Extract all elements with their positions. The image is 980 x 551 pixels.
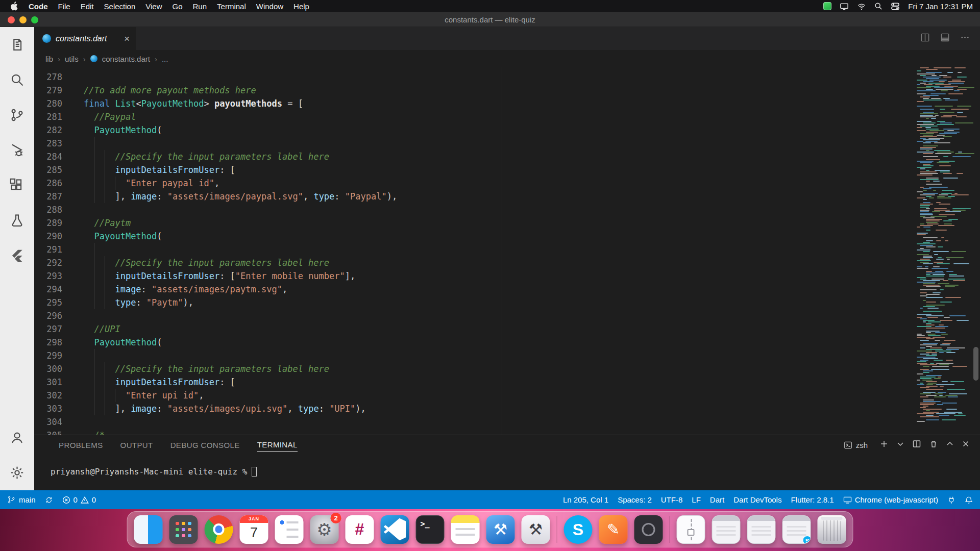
breadcrumb-lib[interactable]: lib bbox=[45, 55, 53, 63]
line-number[interactable]: 299 bbox=[34, 349, 84, 362]
code-line[interactable]: 304 bbox=[34, 415, 980, 429]
line-number[interactable]: 305 bbox=[34, 429, 84, 435]
line-number[interactable]: 296 bbox=[34, 309, 84, 322]
kill-terminal-icon[interactable] bbox=[929, 439, 938, 450]
code-editor[interactable]: 278279//To add more payout methods here2… bbox=[34, 67, 980, 435]
launch-profile-dropdown-icon[interactable] bbox=[896, 440, 904, 450]
flutter-version[interactable]: Flutter: 2.8.1 bbox=[791, 495, 834, 504]
dock-launchpad-icon[interactable] bbox=[169, 515, 198, 544]
dock-skype-icon[interactable]: S bbox=[564, 515, 593, 544]
dock-archive-utility-icon[interactable] bbox=[677, 515, 705, 544]
line-number[interactable]: 287 bbox=[34, 190, 84, 203]
dock-chrome-icon[interactable] bbox=[205, 515, 233, 544]
dock-minimized-window-3-icon[interactable]: S bbox=[782, 515, 811, 544]
menu-item-selection[interactable]: Selection bbox=[99, 2, 141, 11]
minimap[interactable] bbox=[914, 67, 980, 435]
code-line[interactable]: 286 "Enter paypal id", bbox=[34, 177, 980, 190]
new-terminal-icon[interactable] bbox=[879, 439, 889, 450]
code-line[interactable]: 299 bbox=[34, 349, 980, 362]
tab-problems[interactable]: PROBLEMS bbox=[59, 439, 103, 452]
code-line[interactable]: 305 /* bbox=[34, 429, 980, 435]
code-line[interactable]: 302 "Enter upi id", bbox=[34, 389, 980, 402]
split-terminal-icon[interactable] bbox=[912, 439, 921, 450]
code-line[interactable]: 287 ], image: "assets/images/paypal.svg"… bbox=[34, 190, 980, 203]
maximize-panel-icon[interactable] bbox=[946, 440, 954, 450]
problems-indicator[interactable]: 0 0 bbox=[62, 495, 96, 504]
close-panel-icon[interactable] bbox=[962, 440, 970, 450]
code-line[interactable]: 279//To add more payout methods here bbox=[34, 84, 980, 97]
tab-constants-dart[interactable]: constants.dart × bbox=[34, 27, 136, 50]
display-icon[interactable] bbox=[840, 2, 849, 10]
encoding[interactable]: UTF-8 bbox=[661, 495, 683, 504]
search-icon[interactable] bbox=[0, 62, 34, 97]
code-line[interactable]: 297 //UPI bbox=[34, 322, 980, 336]
dock-system-preferences-icon[interactable]: 2 bbox=[310, 515, 339, 544]
code-line[interactable]: 278 bbox=[34, 70, 980, 84]
menu-item-view[interactable]: View bbox=[140, 2, 167, 11]
code-line[interactable]: 296 bbox=[34, 309, 980, 322]
code-line[interactable]: 298 PayoutMethod( bbox=[34, 336, 980, 349]
editor-scrollbar[interactable] bbox=[973, 347, 978, 381]
breadcrumb-utils[interactable]: utils bbox=[65, 55, 79, 63]
dock-developer-tool-icon[interactable] bbox=[522, 515, 550, 544]
line-number[interactable]: 283 bbox=[34, 137, 84, 150]
code-line[interactable]: 301 inputDetailsFromUser: [ bbox=[34, 375, 980, 389]
code-line[interactable]: 289 //Paytm bbox=[34, 216, 980, 230]
menu-item-file[interactable]: File bbox=[53, 2, 76, 11]
dart-devtools[interactable]: Dart DevTools bbox=[733, 495, 781, 504]
cursor-position[interactable]: Ln 205, Col 1 bbox=[563, 495, 608, 504]
close-window-button[interactable] bbox=[8, 16, 15, 23]
git-branch-indicator[interactable]: main bbox=[7, 495, 36, 504]
line-number[interactable]: 286 bbox=[34, 177, 84, 190]
testing-icon[interactable] bbox=[0, 203, 34, 238]
device-selector[interactable]: Chrome (web-javascript) bbox=[843, 495, 938, 504]
dock-minimized-window-1-icon[interactable] bbox=[712, 515, 741, 544]
line-number[interactable]: 278 bbox=[34, 70, 84, 84]
dock-slack-icon[interactable] bbox=[346, 515, 374, 544]
plug-icon[interactable] bbox=[947, 496, 955, 504]
dock-notes-icon[interactable] bbox=[451, 515, 480, 544]
code-line[interactable]: 291 bbox=[34, 243, 980, 256]
code-line[interactable]: 294 image: "assets/images/paytm.svg", bbox=[34, 283, 980, 296]
menu-item-go[interactable]: Go bbox=[167, 2, 188, 11]
line-number[interactable]: 285 bbox=[34, 163, 84, 177]
notifications-bell-icon[interactable] bbox=[965, 496, 973, 504]
dock-trash-icon[interactable] bbox=[818, 515, 846, 544]
minimize-window-button[interactable] bbox=[19, 16, 27, 23]
code-line[interactable]: 288 bbox=[34, 203, 980, 216]
tab-debug-console[interactable]: DEBUG CONSOLE bbox=[170, 439, 240, 452]
menu-item-code[interactable]: Code bbox=[23, 2, 53, 11]
terminal-content[interactable]: priyansh@Priyanshs-Mac-mini elite-quiz % bbox=[34, 455, 980, 477]
language-mode[interactable]: Dart bbox=[710, 495, 724, 504]
line-number[interactable]: 284 bbox=[34, 150, 84, 163]
menu-item-help[interactable]: Help bbox=[288, 2, 314, 11]
flutter-icon[interactable] bbox=[0, 238, 34, 273]
explorer-icon[interactable] bbox=[0, 27, 34, 62]
run-debug-icon[interactable] bbox=[0, 133, 34, 168]
line-number[interactable]: 282 bbox=[34, 123, 84, 137]
code-line[interactable]: 282 PayoutMethod( bbox=[34, 123, 980, 137]
line-number[interactable]: 290 bbox=[34, 230, 84, 243]
dock-finder-icon[interactable] bbox=[134, 515, 163, 544]
line-number[interactable]: 289 bbox=[34, 216, 84, 230]
dock-vscode-icon[interactable] bbox=[381, 515, 409, 544]
line-number[interactable]: 295 bbox=[34, 296, 84, 309]
line-number[interactable]: 303 bbox=[34, 402, 84, 415]
tab-output[interactable]: OUTPUT bbox=[120, 439, 153, 452]
zoom-window-button[interactable] bbox=[31, 16, 38, 23]
code-line[interactable]: 303 ], image: "assets/images/upi.svg", t… bbox=[34, 402, 980, 415]
split-editor-icon[interactable] bbox=[920, 33, 930, 44]
dock-media-app-icon[interactable] bbox=[634, 515, 663, 544]
dock-minimized-window-2-icon[interactable] bbox=[747, 515, 776, 544]
breadcrumb-symbol[interactable]: ... bbox=[162, 55, 168, 63]
code-line[interactable]: 300 //Specify the input parameters label… bbox=[34, 362, 980, 375]
source-control-icon[interactable] bbox=[0, 97, 34, 133]
line-number[interactable]: 294 bbox=[34, 283, 84, 296]
menubar-app-icon[interactable] bbox=[823, 2, 831, 10]
menu-item-run[interactable]: Run bbox=[188, 2, 212, 11]
menu-item-terminal[interactable]: Terminal bbox=[212, 2, 251, 11]
line-number[interactable]: 281 bbox=[34, 110, 84, 123]
code-line[interactable]: 280final List<PayoutMethod> payoutMethod… bbox=[34, 97, 980, 110]
code-line[interactable]: 290 PayoutMethod( bbox=[34, 230, 980, 243]
sync-icon[interactable] bbox=[45, 496, 53, 504]
